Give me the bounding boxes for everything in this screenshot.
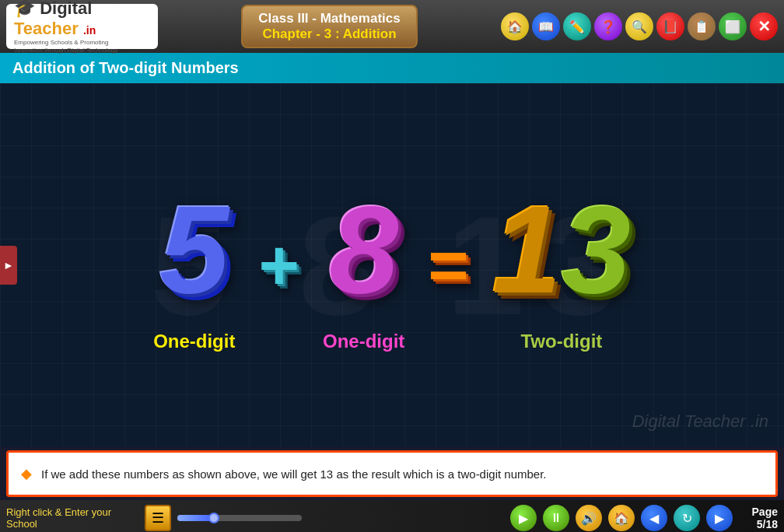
pause-button[interactable]: ⏸ [543,505,569,531]
title-class: Class III - Mathematics [258,11,400,26]
logo-tagline: Empowering Schools & Promoting Innovatio… [14,39,150,55]
progress-area [177,515,504,521]
digit-13-wrap: 1 3 [492,178,631,321]
digit-3: 3 [562,178,631,321]
num1-block: 5 One-digit [153,178,235,352]
title-box: Class III - Mathematics Chapter - 3 : Ad… [241,5,417,48]
logo-area: 🎓 Digital Teacher .in Empowering Schools… [6,4,158,49]
clipboard-toolbar-btn[interactable]: 📋 [688,12,716,40]
label-two-digit: Two-digit [520,331,602,352]
close-toolbar-btn[interactable]: ✕ [750,12,778,40]
page-current: 5 [757,518,763,530]
title-area: Class III - Mathematics Chapter - 3 : Ad… [164,5,495,48]
progress-thumb [208,513,219,523]
logo-digital: Digital [40,0,92,18]
help-toolbar-btn[interactable]: ❓ [594,12,622,40]
footer-bar: Right click & Enter your School ☰ ▶ ⏸ 🔊 … [0,500,784,532]
num2-block: 8 One-digit [323,178,404,352]
header: 🎓 Digital Teacher .in Empowering Schools… [0,0,784,53]
footer-left-text: Right click & Enter your School [6,506,138,530]
window-toolbar-btn[interactable]: ⬜ [719,12,747,40]
equals-block: = [428,226,469,306]
logo-teacher: Teacher [14,19,79,38]
refresh-button[interactable]: ↻ [674,505,700,531]
menu-button[interactable]: ☰ [145,505,171,531]
digit-8: 8 [329,178,398,321]
copyright: © Code and Pixels Interactive Technologi… [550,484,778,492]
plus-sign: + [258,226,299,306]
label-one-digit-2: One-digit [323,331,404,352]
logo: 🎓 Digital Teacher .in [14,0,150,39]
page-total: 18 [765,518,778,530]
progress-track[interactable] [177,515,302,521]
plus-block: + [258,226,299,306]
home-button[interactable]: 🏠 [608,505,635,531]
book-toolbar-btn[interactable]: 📖 [532,12,560,40]
progress-fill [177,515,212,521]
label-one-digit-1: One-digit [153,331,235,352]
result-block: 1 3 Two-digit [492,178,631,352]
next-button[interactable]: ▶ [706,505,733,531]
subtitle-text: Addition of Two-digit Numbers [12,59,239,76]
title-chapter: Chapter - 3 : Addition [258,26,400,42]
search-toolbar-btn[interactable]: 🔍 [625,12,653,40]
equals-sign: = [428,226,469,306]
equation-area: 5 One-digit + 8 One-digit = 1 3 Two-digi… [0,83,784,447]
prev-button[interactable]: ◀ [641,505,667,531]
play-button[interactable]: ▶ [510,505,537,531]
toolbar: 🏠 📖 ✏️ ❓ 🔍 📕 📋 ⬜ ✕ [501,12,778,40]
logo-in: .in [83,24,96,37]
info-text: If we add these numbers as shown above, … [41,467,547,481]
main-content: 5 8 13 ► 5 One-digit + 8 One-digit = 1 3 [0,83,784,447]
diamond-icon: ◆ [21,465,32,482]
edit-toolbar-btn[interactable]: ✏️ [563,12,591,40]
volume-button[interactable]: 🔊 [576,505,602,531]
digit-1: 1 [492,178,562,321]
page-label: Page [752,506,778,518]
logo-icon: 🎓 [14,0,35,18]
subtitle-bar: Addition of Two-digit Numbers [0,53,784,83]
watermark: Digital Teacher .in [632,411,768,432]
slide-left-arrow[interactable]: ► [0,246,17,285]
digit-5: 5 [159,178,229,321]
notes-toolbar-btn[interactable]: 📕 [656,12,684,40]
home-toolbar-btn[interactable]: 🏠 [501,12,529,40]
page-indicator: Page 5/18 [739,506,778,530]
